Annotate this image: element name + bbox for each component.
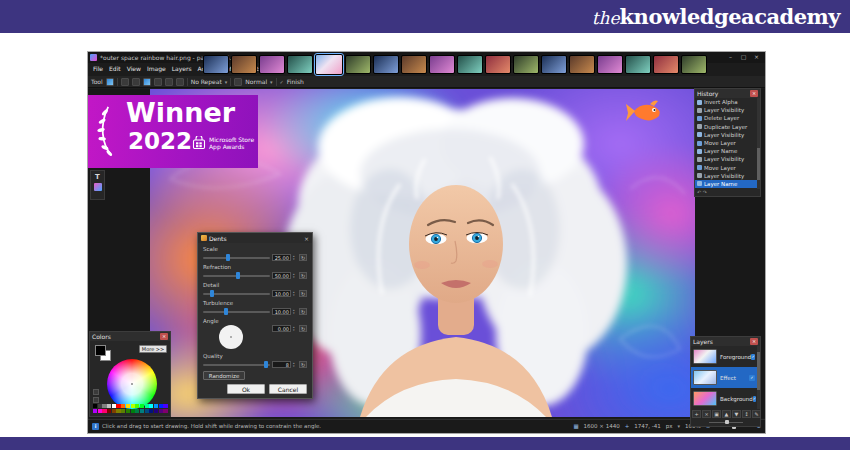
palette-swatch[interactable] bbox=[107, 409, 111, 413]
image-tab-thumbnail[interactable] bbox=[203, 55, 229, 74]
palette-swatch[interactable] bbox=[135, 409, 139, 413]
slider-thumb[interactable] bbox=[264, 361, 268, 368]
ok-button[interactable]: Ok bbox=[227, 384, 265, 394]
image-tab-thumbnail[interactable] bbox=[625, 55, 651, 74]
image-tab-thumbnail[interactable] bbox=[513, 55, 539, 74]
value-input[interactable]: 10.00 bbox=[272, 308, 291, 315]
layer-action-button[interactable]: ▼ bbox=[732, 410, 741, 418]
toolbar-icon-1[interactable] bbox=[121, 78, 129, 86]
reset-button[interactable]: ↻ bbox=[299, 361, 307, 368]
palette-swatch[interactable] bbox=[121, 404, 125, 408]
layer-row[interactable]: Foreground ✓ bbox=[691, 346, 757, 367]
palette-swatch[interactable] bbox=[159, 409, 163, 413]
dialog-title-bar[interactable]: Dents × bbox=[198, 233, 312, 243]
slider-thumb[interactable] bbox=[226, 254, 230, 261]
image-tab-thumbnail[interactable] bbox=[541, 55, 567, 74]
units-dropdown[interactable]: px bbox=[666, 423, 673, 429]
history-item[interactable]: Layer Visibility bbox=[695, 106, 757, 114]
maximize-button[interactable]: ▢ bbox=[737, 52, 750, 62]
more-colors-button[interactable]: More >> bbox=[139, 345, 167, 353]
finish-button[interactable]: Finish bbox=[287, 78, 304, 85]
palette-swatch[interactable] bbox=[131, 409, 135, 413]
slider-track[interactable] bbox=[203, 364, 270, 366]
layer-row[interactable]: Effect ✓ bbox=[691, 367, 757, 388]
blend-mode-dropdown[interactable]: Normal bbox=[245, 78, 267, 85]
palette-swatch[interactable] bbox=[149, 404, 153, 408]
close-icon[interactable]: × bbox=[160, 333, 168, 340]
image-tab-thumbnail[interactable] bbox=[401, 55, 427, 74]
layer-visibility-checkbox[interactable]: ✓ bbox=[749, 375, 755, 381]
slider-thumb[interactable] bbox=[224, 308, 228, 315]
palette-swatch[interactable] bbox=[102, 404, 106, 408]
close-icon[interactable]: × bbox=[750, 90, 758, 97]
palette-swatch[interactable] bbox=[145, 409, 149, 413]
layer-row[interactable]: Background ✓ bbox=[691, 388, 757, 409]
image-tab-thumbnail[interactable] bbox=[653, 55, 679, 74]
palette-swatch[interactable] bbox=[93, 409, 97, 413]
image-tab-thumbnail[interactable] bbox=[429, 55, 455, 74]
history-item[interactable]: Invert Alpha bbox=[695, 98, 757, 106]
image-tab-thumbnail[interactable] bbox=[259, 55, 285, 74]
gradient-tool-icon[interactable] bbox=[94, 183, 102, 191]
palette-swatch[interactable] bbox=[93, 404, 97, 408]
palette-swatch[interactable] bbox=[126, 404, 130, 408]
palette-swatch[interactable] bbox=[112, 404, 116, 408]
close-icon[interactable]: × bbox=[304, 235, 309, 242]
image-tab-thumbnail[interactable] bbox=[315, 54, 343, 75]
menu-item[interactable]: Layers bbox=[169, 63, 195, 75]
palette-swatch[interactable] bbox=[159, 404, 163, 408]
primary-color-swatch[interactable] bbox=[95, 345, 106, 356]
spinner[interactable]: ▴▾ bbox=[293, 255, 297, 261]
layer-visibility-checkbox[interactable]: ✓ bbox=[753, 396, 756, 402]
close-icon[interactable]: × bbox=[750, 338, 758, 345]
reset-button[interactable]: ↻ bbox=[299, 290, 307, 297]
value-input[interactable]: 10.00 bbox=[272, 290, 291, 297]
layers-scrollbar[interactable] bbox=[757, 346, 760, 409]
layer-action-button[interactable]: + bbox=[692, 410, 701, 418]
cancel-button[interactable]: Cancel bbox=[269, 384, 307, 394]
slider-track[interactable] bbox=[203, 293, 270, 295]
layer-action-button[interactable]: × bbox=[702, 410, 711, 418]
reset-button[interactable]: ↻ bbox=[299, 325, 307, 332]
current-tool-icon[interactable] bbox=[106, 78, 114, 86]
spinner[interactable]: ▴▾ bbox=[293, 362, 297, 368]
layer-action-button[interactable]: ▲ bbox=[722, 410, 731, 418]
layer-visibility-checkbox[interactable]: ✓ bbox=[751, 354, 755, 360]
slider-track[interactable] bbox=[203, 311, 270, 313]
no-repeat-dropdown[interactable]: No Repeat bbox=[191, 78, 222, 85]
palette-swatch[interactable] bbox=[116, 404, 120, 408]
spinner[interactable]: ▴▾ bbox=[293, 273, 297, 279]
brush-icon[interactable] bbox=[234, 78, 242, 86]
value-input[interactable]: 25.00 bbox=[272, 254, 291, 261]
swap-colors-icon[interactable] bbox=[93, 389, 99, 395]
image-tab-thumbnail[interactable] bbox=[597, 55, 623, 74]
image-tab-thumbnail[interactable] bbox=[373, 55, 399, 74]
menu-item[interactable]: Image bbox=[144, 63, 169, 75]
palette-swatch[interactable] bbox=[149, 409, 153, 413]
history-item[interactable]: Layer Name bbox=[695, 180, 757, 188]
menu-item[interactable]: File bbox=[90, 63, 106, 75]
slider-track[interactable] bbox=[203, 275, 270, 277]
palette-swatch[interactable] bbox=[131, 404, 135, 408]
palette-swatch[interactable] bbox=[135, 404, 139, 408]
layer-action-button[interactable]: ↕ bbox=[742, 410, 751, 418]
palette-swatch[interactable] bbox=[112, 409, 116, 413]
image-tab-thumbnail[interactable] bbox=[345, 55, 371, 74]
palette-swatch[interactable] bbox=[98, 409, 102, 413]
layer-action-button[interactable]: ▣ bbox=[712, 410, 721, 418]
angle-value-input[interactable]: 0.00 bbox=[272, 325, 291, 332]
toolbar-icon-2[interactable] bbox=[132, 78, 140, 86]
angle-dial[interactable] bbox=[219, 325, 243, 349]
history-item[interactable]: Duplicate Layer bbox=[695, 123, 757, 131]
palette-swatch[interactable] bbox=[145, 404, 149, 408]
image-tab-thumbnail[interactable] bbox=[231, 55, 257, 74]
image-tab-thumbnail[interactable] bbox=[287, 55, 313, 74]
palette-swatch[interactable] bbox=[102, 409, 106, 413]
history-scrollbar[interactable] bbox=[757, 98, 760, 189]
palette-swatch[interactable] bbox=[163, 404, 167, 408]
history-item[interactable]: Delete Layer bbox=[695, 114, 757, 122]
image-tab-thumbnail[interactable] bbox=[457, 55, 483, 74]
toolbar-icon-5[interactable] bbox=[165, 78, 173, 86]
menu-item[interactable]: View bbox=[124, 63, 144, 75]
image-tab-thumbnail[interactable] bbox=[681, 55, 707, 74]
